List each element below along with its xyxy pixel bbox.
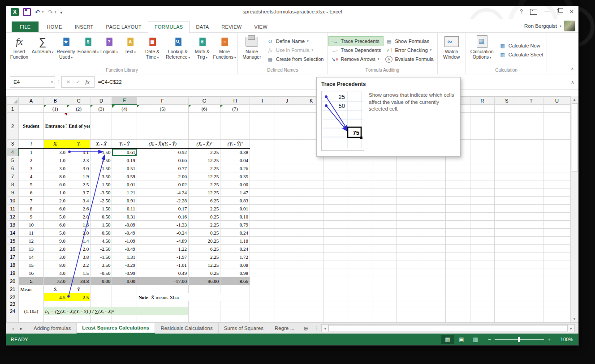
sheet-tab-sums-of-squares[interactable]: Sums of Squares xyxy=(219,323,269,334)
cell-M14[interactable] xyxy=(348,229,372,237)
cell-H9[interactable]: 1.47 xyxy=(220,188,250,197)
row-header-14[interactable]: 14 xyxy=(7,229,19,237)
cell-D18[interactable]: 3.50 xyxy=(91,261,112,269)
cell-L12[interactable] xyxy=(323,213,348,221)
cell-R16[interactable] xyxy=(470,245,494,253)
cell-I3[interactable] xyxy=(250,140,275,148)
cell-B4[interactable]: 3.0 xyxy=(43,148,67,156)
cell-T8[interactable] xyxy=(519,180,543,188)
cell-P16[interactable] xyxy=(421,245,445,253)
expand-formula-bar-icon[interactable]: ∧ xyxy=(567,80,578,85)
cell-A3[interactable]: i xyxy=(19,140,43,148)
row-header-6[interactable]: 6 xyxy=(7,164,19,172)
cell-B[interactable] xyxy=(43,315,67,323)
cell-D6[interactable]: -1.50 xyxy=(91,164,112,172)
cell-H23[interactable] xyxy=(220,301,250,307)
cell-R18[interactable] xyxy=(470,261,494,269)
cell-U22[interactable] xyxy=(543,293,570,301)
cell-O21[interactable] xyxy=(397,285,421,293)
prev-sheet-icon[interactable]: ◂ xyxy=(12,326,14,331)
cell-B15[interactable]: 9.0 xyxy=(43,237,67,245)
cell-L[interactable] xyxy=(323,315,348,323)
cell-C10[interactable]: 3.4 xyxy=(67,197,90,205)
horizontal-scroll-thumb[interactable] xyxy=(328,325,568,331)
cell-U20[interactable] xyxy=(543,277,570,285)
cell-U24[interactable] xyxy=(543,307,570,315)
cell-A10[interactable]: 7 xyxy=(19,197,43,205)
cell-I[interactable] xyxy=(250,315,275,323)
error-checking-button[interactable]: ✓! Error Checking▾ xyxy=(383,46,435,55)
financial-button[interactable]: $ Financial▾ xyxy=(78,33,99,67)
more-functions-button[interactable]: ⋯ More Functions▾ xyxy=(213,33,236,67)
cell-S24[interactable] xyxy=(495,307,519,315)
cell-B13[interactable]: 6.0 xyxy=(43,221,67,229)
cell-A23[interactable] xyxy=(19,301,43,307)
cell-D12[interactable]: 0.50 xyxy=(91,213,112,221)
cell-A22[interactable] xyxy=(19,293,43,301)
cell-J3[interactable] xyxy=(275,140,299,148)
cell-E16[interactable]: -0.49 xyxy=(112,245,137,253)
cell-I20[interactable] xyxy=(250,277,275,285)
cell-P21[interactable] xyxy=(421,285,445,293)
cell-G9[interactable]: 12.25 xyxy=(188,188,220,197)
cell-N21[interactable] xyxy=(372,285,397,293)
cell-O10[interactable] xyxy=(397,197,421,205)
cell-G18[interactable]: 12.25 xyxy=(188,261,220,269)
row-header-x[interactable] xyxy=(7,315,19,323)
scroll-down-icon[interactable]: ▼ xyxy=(571,317,578,321)
cell-D10[interactable]: -2.50 xyxy=(91,197,112,205)
cell-J11[interactable] xyxy=(275,205,299,213)
cell-L9[interactable] xyxy=(323,188,348,197)
name-manager-button[interactable]: Name Manager xyxy=(239,33,264,67)
cell-K20[interactable] xyxy=(299,277,323,285)
cell-J4[interactable] xyxy=(275,148,299,156)
cell-T[interactable] xyxy=(519,315,543,323)
cell-E23[interactable] xyxy=(112,301,137,307)
cell-L10[interactable] xyxy=(323,197,348,205)
cell-Q21[interactable] xyxy=(446,285,470,293)
cell-I13[interactable] xyxy=(250,221,275,229)
cell-S16[interactable] xyxy=(495,245,519,253)
cell-I4[interactable] xyxy=(250,148,275,156)
cell-T3[interactable] xyxy=(519,140,543,148)
cell-F18[interactable]: -1.01 xyxy=(137,261,188,269)
calculation-options-button[interactable]: Calculation Options▾ xyxy=(467,33,497,67)
cell-I22[interactable] xyxy=(250,293,275,301)
cell-J2[interactable] xyxy=(275,113,299,140)
cell-H7[interactable]: 0.35 xyxy=(220,172,250,180)
column-header-S[interactable]: S xyxy=(495,97,519,105)
cell-E4[interactable]: 0.61 xyxy=(112,148,137,156)
cell-D8[interactable]: 1.50 xyxy=(91,180,112,188)
cell-J16[interactable] xyxy=(275,245,299,253)
cell-J21[interactable] xyxy=(275,285,299,293)
cell-U17[interactable] xyxy=(543,253,570,261)
cell-B21[interactable]: X̄ xyxy=(43,285,67,293)
cell-L17[interactable] xyxy=(323,253,348,261)
cell-D19[interactable]: -0.50 xyxy=(91,269,112,277)
row-header-17[interactable]: 17 xyxy=(7,253,19,261)
ribbon-display-options-icon[interactable] xyxy=(530,9,537,15)
cell-A7[interactable]: 4 xyxy=(19,172,43,180)
cell-U23[interactable] xyxy=(543,301,570,307)
cell-T13[interactable] xyxy=(519,221,543,229)
cell-R6[interactable] xyxy=(470,164,494,172)
cell-P5[interactable] xyxy=(421,156,445,164)
cell-E15[interactable]: -1.09 xyxy=(112,237,137,245)
cell-B9[interactable]: 1.0 xyxy=(43,188,67,197)
cell-C19[interactable]: 1.5 xyxy=(67,269,90,277)
normal-view-icon[interactable]: ▦ xyxy=(441,335,454,344)
row-header-7[interactable]: 7 xyxy=(7,172,19,180)
new-sheet-icon[interactable]: ⊕ xyxy=(300,323,312,334)
row-header-16[interactable]: 16 xyxy=(7,245,19,253)
cell-M22[interactable] xyxy=(348,293,372,301)
cell-M7[interactable] xyxy=(348,172,372,180)
cell-J8[interactable] xyxy=(275,180,299,188)
math-trig-button[interactable]: θ Math & Trig▾ xyxy=(192,33,213,67)
cell-R5[interactable] xyxy=(470,156,494,164)
evaluate-formula-button[interactable]: fx Evaluate Formula xyxy=(383,55,435,64)
cell-M19[interactable] xyxy=(348,269,372,277)
cell-G7[interactable]: 12.25 xyxy=(188,172,220,180)
cell-K22[interactable] xyxy=(299,293,323,301)
cell-I10[interactable] xyxy=(250,197,275,205)
cell-A16[interactable]: 13 xyxy=(19,245,43,253)
